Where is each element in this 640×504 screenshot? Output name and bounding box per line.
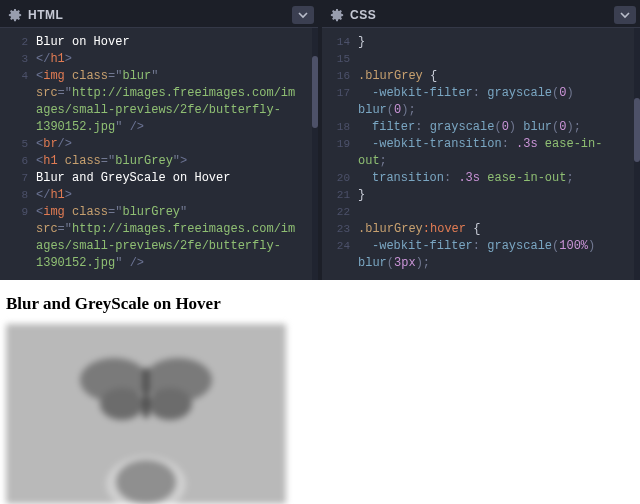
css-panel-title: CSS bbox=[350, 8, 614, 22]
code-line[interactable]: Blur on Hover bbox=[36, 34, 312, 51]
css-code-lines[interactable]: }.blurGrey {-webkit-filter: grayscale(0)… bbox=[358, 28, 634, 280]
html-panel-header: HTML bbox=[0, 2, 318, 28]
line-number bbox=[322, 102, 358, 119]
line-number: 14 bbox=[322, 34, 358, 51]
line-number: 19 bbox=[322, 136, 358, 153]
code-line[interactable]: <br/> bbox=[36, 136, 312, 153]
line-number: 20 bbox=[322, 170, 358, 187]
code-line[interactable]: -webkit-filter: grayscale(0) bbox=[358, 85, 634, 102]
line-number: 3 bbox=[0, 51, 36, 68]
line-number: 7 bbox=[0, 170, 36, 187]
code-line[interactable]: Blur and GreyScale on Hover bbox=[36, 170, 312, 187]
line-number: 21 bbox=[322, 187, 358, 204]
code-line[interactable]: -webkit-transition: .3s ease-in- bbox=[358, 136, 634, 153]
line-number bbox=[0, 85, 36, 102]
code-line[interactable]: 1390152.jpg" /> bbox=[36, 119, 312, 136]
gear-icon[interactable] bbox=[330, 8, 344, 22]
chevron-down-icon bbox=[620, 10, 630, 20]
html-code-lines[interactable]: Blur on Hover</h1><img class="blur"src="… bbox=[36, 28, 312, 280]
css-panel-dropdown-button[interactable] bbox=[614, 6, 636, 24]
line-number bbox=[322, 255, 358, 272]
code-line[interactable]: .blurGrey:hover { bbox=[358, 221, 634, 238]
code-line[interactable]: <img class="blurGrey" bbox=[36, 204, 312, 221]
code-line[interactable]: src="http://images.freeimages.com/im bbox=[36, 221, 312, 238]
svg-rect-7 bbox=[143, 368, 149, 418]
code-line[interactable]: -webkit-filter: grayscale(100%) bbox=[358, 238, 634, 255]
svg-point-5 bbox=[100, 388, 144, 420]
preview-area: Blur and GreyScale on Hover bbox=[0, 280, 640, 504]
html-panel: HTML 23456789 Blur on Hover</h1><img cla… bbox=[0, 2, 322, 280]
preview-heading: Blur and GreyScale on Hover bbox=[6, 294, 632, 314]
code-line[interactable]: <h1 class="blurGrey"> bbox=[36, 153, 312, 170]
code-line[interactable]: 1390152.jpg" /> bbox=[36, 255, 312, 272]
css-code-area[interactable]: 1415161718192021222324 }.blurGrey {-webk… bbox=[322, 28, 640, 280]
css-scrollbar-thumb[interactable] bbox=[634, 98, 640, 162]
css-gutter: 1415161718192021222324 bbox=[322, 28, 358, 280]
preview-image[interactable] bbox=[6, 324, 286, 504]
html-scrollbar-track[interactable] bbox=[312, 28, 318, 280]
line-number bbox=[0, 102, 36, 119]
code-line[interactable]: <img class="blur" bbox=[36, 68, 312, 85]
code-line[interactable]: ages/small-previews/2fe/butterfly- bbox=[36, 238, 312, 255]
line-number: 4 bbox=[0, 68, 36, 85]
css-panel: CSS 1415161718192021222324 }.blurGrey {-… bbox=[322, 2, 640, 280]
line-number bbox=[0, 238, 36, 255]
svg-point-2 bbox=[116, 460, 176, 504]
code-line[interactable]: filter: grayscale(0) blur(0); bbox=[358, 119, 634, 136]
line-number: 24 bbox=[322, 238, 358, 255]
line-number: 6 bbox=[0, 153, 36, 170]
html-panel-title: HTML bbox=[28, 8, 292, 22]
line-number: 5 bbox=[0, 136, 36, 153]
html-panel-dropdown-button[interactable] bbox=[292, 6, 314, 24]
code-line[interactable]: blur(0); bbox=[358, 102, 634, 119]
line-number: 17 bbox=[322, 85, 358, 102]
code-line[interactable]: } bbox=[358, 34, 634, 51]
code-line[interactable]: .blurGrey { bbox=[358, 68, 634, 85]
chevron-down-icon bbox=[298, 10, 308, 20]
line-number: 16 bbox=[322, 68, 358, 85]
line-number: 23 bbox=[322, 221, 358, 238]
line-number bbox=[0, 221, 36, 238]
line-number bbox=[322, 153, 358, 170]
editor-panels: HTML 23456789 Blur on Hover</h1><img cla… bbox=[0, 0, 640, 280]
line-number: 9 bbox=[0, 204, 36, 221]
line-number: 8 bbox=[0, 187, 36, 204]
code-line[interactable]: transition: .3s ease-in-out; bbox=[358, 170, 634, 187]
html-scrollbar-thumb[interactable] bbox=[312, 56, 318, 128]
line-number bbox=[0, 255, 36, 272]
html-code-area[interactable]: 23456789 Blur on Hover</h1><img class="b… bbox=[0, 28, 318, 280]
line-number: 15 bbox=[322, 51, 358, 68]
line-number: 2 bbox=[0, 34, 36, 51]
code-line[interactable]: </h1> bbox=[36, 187, 312, 204]
line-number bbox=[0, 119, 36, 136]
code-line[interactable]: </h1> bbox=[36, 51, 312, 68]
css-scrollbar-track[interactable] bbox=[634, 28, 640, 280]
code-line[interactable] bbox=[358, 51, 634, 68]
code-line[interactable]: src="http://images.freeimages.com/im bbox=[36, 85, 312, 102]
html-gutter: 23456789 bbox=[0, 28, 36, 280]
code-line[interactable]: out; bbox=[358, 153, 634, 170]
code-line[interactable]: ages/small-previews/2fe/butterfly- bbox=[36, 102, 312, 119]
code-line[interactable]: } bbox=[358, 187, 634, 204]
css-panel-header: CSS bbox=[322, 2, 640, 28]
line-number: 22 bbox=[322, 204, 358, 221]
code-line[interactable]: blur(3px); bbox=[358, 255, 634, 272]
line-number: 18 bbox=[322, 119, 358, 136]
gear-icon[interactable] bbox=[8, 8, 22, 22]
code-line[interactable] bbox=[358, 204, 634, 221]
svg-point-6 bbox=[148, 388, 192, 420]
